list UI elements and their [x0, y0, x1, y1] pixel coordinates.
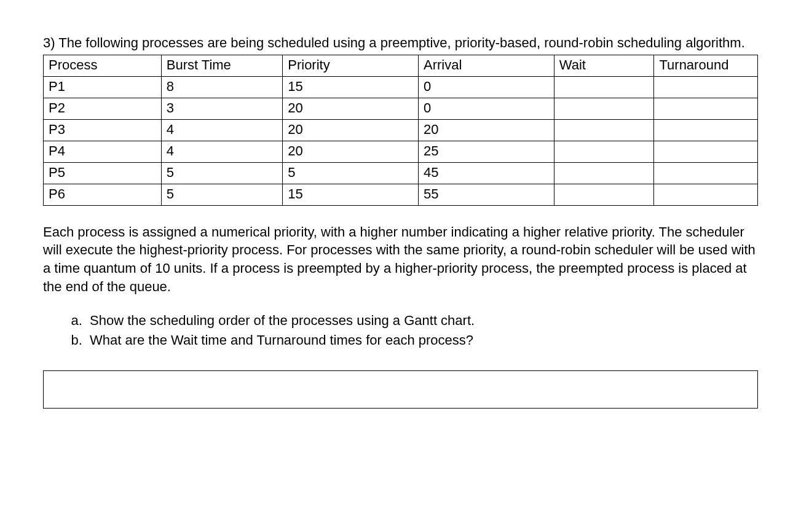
table-header-row: Process Burst Time Priority Arrival Wait… — [44, 55, 758, 76]
cell-arrival: 0 — [419, 76, 554, 98]
subquestion-b: What are the Wait time and Turnaround ti… — [86, 331, 758, 350]
table-row: P3 4 20 20 — [44, 119, 758, 141]
answer-box — [43, 370, 758, 409]
cell-wait — [554, 141, 654, 162]
subquestion-a: Show the scheduling order of the process… — [86, 311, 758, 330]
cell-wait — [554, 76, 654, 98]
question-description: Each process is assigned a numerical pri… — [43, 223, 758, 296]
cell-process: P5 — [44, 162, 162, 184]
cell-process: P2 — [44, 98, 162, 119]
cell-burst: 5 — [161, 184, 283, 205]
cell-process: P6 — [44, 184, 162, 205]
cell-wait — [554, 119, 654, 141]
table-row: P1 8 15 0 — [44, 76, 758, 98]
cell-turnaround — [654, 141, 758, 162]
cell-arrival: 20 — [419, 119, 554, 141]
cell-priority: 20 — [283, 98, 419, 119]
cell-priority: 15 — [283, 76, 419, 98]
cell-turnaround — [654, 76, 758, 98]
cell-priority: 15 — [283, 184, 419, 205]
cell-arrival: 45 — [419, 162, 554, 184]
cell-process: P1 — [44, 76, 162, 98]
col-header-burst: Burst Time — [161, 55, 283, 76]
cell-arrival: 55 — [419, 184, 554, 205]
cell-wait — [554, 184, 654, 205]
cell-burst: 3 — [161, 98, 283, 119]
col-header-priority: Priority — [283, 55, 419, 76]
cell-turnaround — [654, 162, 758, 184]
cell-burst: 4 — [161, 119, 283, 141]
cell-priority: 20 — [283, 119, 419, 141]
table-row: P5 5 5 45 — [44, 162, 758, 184]
cell-turnaround — [654, 119, 758, 141]
table-row: P6 5 15 55 — [44, 184, 758, 205]
table-row: P4 4 20 25 — [44, 141, 758, 162]
cell-burst: 4 — [161, 141, 283, 162]
col-header-process: Process — [44, 55, 162, 76]
table-row: P2 3 20 0 — [44, 98, 758, 119]
col-header-arrival: Arrival — [419, 55, 554, 76]
cell-process: P4 — [44, 141, 162, 162]
cell-burst: 5 — [161, 162, 283, 184]
cell-priority: 5 — [283, 162, 419, 184]
col-header-wait: Wait — [554, 55, 654, 76]
cell-arrival: 0 — [419, 98, 554, 119]
process-table: Process Burst Time Priority Arrival Wait… — [43, 55, 758, 206]
cell-priority: 20 — [283, 141, 419, 162]
cell-turnaround — [654, 184, 758, 205]
cell-turnaround — [654, 98, 758, 119]
subquestion-list: Show the scheduling order of the process… — [43, 311, 758, 349]
cell-wait — [554, 162, 654, 184]
cell-burst: 8 — [161, 76, 283, 98]
question-intro: 3) The following processes are being sch… — [43, 34, 758, 52]
col-header-turnaround: Turnaround — [654, 55, 758, 76]
cell-wait — [554, 98, 654, 119]
cell-arrival: 25 — [419, 141, 554, 162]
cell-process: P3 — [44, 119, 162, 141]
